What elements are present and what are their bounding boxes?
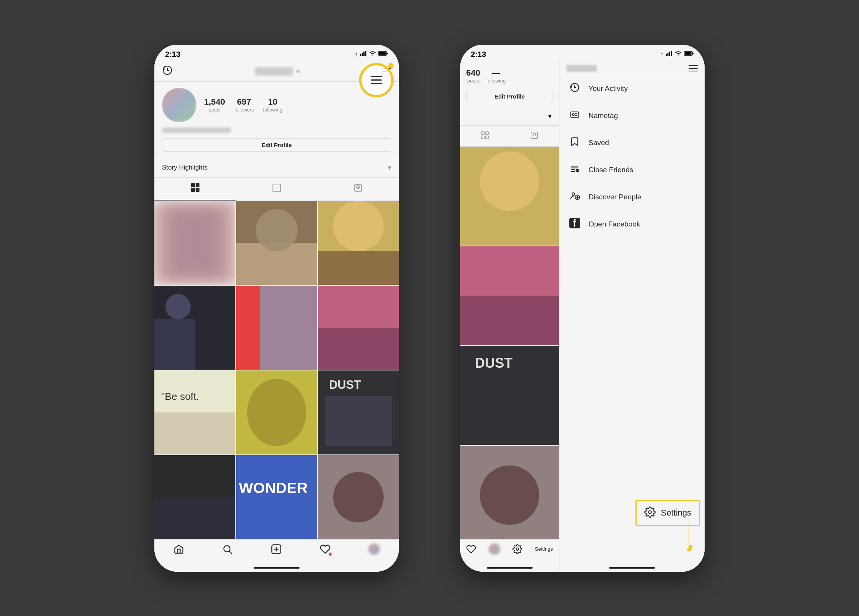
menu-item-close-friends[interactable]: Close Friends	[559, 157, 705, 184]
right-nav-profile[interactable]	[489, 543, 500, 555]
menu-username-blur	[566, 65, 597, 72]
right-posts-stat: 640 posts	[466, 68, 480, 84]
time-left: 2:13	[165, 50, 180, 59]
username-dot	[296, 70, 300, 73]
grid-icon	[191, 183, 200, 194]
svg-rect-2	[363, 52, 365, 56]
grid-cell-5[interactable]	[236, 286, 317, 370]
svg-rect-66	[460, 296, 559, 345]
status-icons-right: ↑	[660, 51, 694, 58]
profile-section: 1,540 posts 697 followers 10 following E…	[154, 82, 399, 158]
settings-annotation-dot	[689, 545, 692, 549]
svg-rect-8	[191, 183, 195, 187]
right-nav-heart[interactable]	[466, 544, 476, 554]
svg-point-23	[333, 201, 384, 251]
home-indicator-menu	[559, 564, 705, 572]
posts-stat: 1,540 posts	[204, 97, 225, 113]
menu-item-your-activity[interactable]: Your Activity	[559, 75, 705, 102]
grid-cell-7[interactable]: "Be soft.	[154, 370, 235, 454]
settings-label: Settings	[661, 508, 692, 518]
right-story-highlights-bar[interactable]: ▾	[460, 107, 559, 126]
menu-item-label-your-activity: Your Activity	[588, 84, 628, 93]
right-tabs-bar	[460, 126, 559, 147]
settings-annotation-box: Settings	[635, 500, 700, 526]
edit-profile-button[interactable]: Edit Profile	[162, 138, 391, 152]
right-tab-tagged[interactable]	[510, 126, 559, 146]
story-highlights-bar[interactable]: Story Highlights ▾	[154, 158, 399, 178]
nav-home[interactable]	[173, 544, 184, 555]
menu-item-open-facebook[interactable]: Open Facebook	[559, 211, 705, 238]
following-stat: 10 following	[263, 97, 282, 113]
nametag-icon	[569, 109, 581, 123]
posts-label: posts	[209, 107, 220, 113]
svg-rect-55	[692, 53, 694, 54]
svg-point-84	[572, 192, 575, 195]
svg-text:WONDER: WONDER	[239, 479, 308, 496]
right-profile-avatar	[489, 543, 500, 555]
svg-rect-57	[481, 131, 484, 134]
grid-cell-1[interactable]	[154, 201, 235, 285]
tab-single[interactable]	[236, 178, 317, 200]
stats: 1,540 posts 697 followers 10 following	[204, 97, 391, 113]
username-blur	[255, 67, 293, 76]
grid-cell-11[interactable]: WONDER	[236, 455, 317, 539]
tagged-icon	[353, 183, 363, 195]
menu-hamburger-line	[689, 68, 698, 69]
indicator-bar-menu	[609, 567, 655, 569]
annotation-line	[371, 79, 382, 81]
svg-rect-50	[666, 54, 667, 56]
location-icon-right: ↑	[660, 51, 663, 58]
right-following-label: following	[486, 78, 506, 84]
following-label: following	[263, 107, 282, 113]
menu-hamburger-button[interactable]	[689, 65, 698, 71]
history-icon[interactable]	[162, 65, 173, 78]
menu-item-saved[interactable]: Saved	[559, 129, 705, 157]
grid-cell-10[interactable]	[154, 455, 235, 539]
photo-grid: "Be soft. DUST	[154, 201, 399, 539]
menu-hamburger-line	[689, 71, 698, 71]
nav-heart[interactable]	[320, 544, 331, 555]
svg-point-61	[533, 133, 536, 136]
following-count: 10	[268, 97, 277, 107]
svg-text:"Be soft.: "Be soft.	[161, 391, 199, 402]
right-posts-count: 640	[466, 68, 480, 78]
wifi-icon	[369, 51, 376, 58]
svg-point-71	[516, 548, 519, 550]
tab-tagged[interactable]	[318, 178, 399, 200]
right-menu-bottom	[559, 551, 705, 564]
nav-search[interactable]	[222, 544, 233, 555]
menu-item-nametag[interactable]: Nametag	[559, 102, 705, 129]
svg-text:DUST: DUST	[329, 378, 361, 391]
menu-item-label-nametag: Nametag	[588, 112, 618, 120]
grid-cell-8[interactable]	[236, 370, 317, 454]
nav-profile[interactable]	[368, 543, 380, 555]
grid-cell-9[interactable]: DUST	[318, 370, 399, 454]
annotation-line	[371, 76, 382, 77]
menu-item-label-discover-people: Discover People	[588, 193, 641, 201]
svg-rect-30	[318, 328, 399, 370]
svg-point-44	[333, 472, 384, 522]
grid-cell-6[interactable]	[318, 286, 399, 370]
posts-count: 1,540	[204, 97, 225, 107]
grid-cell-12[interactable]	[318, 455, 399, 539]
svg-rect-51	[668, 53, 669, 56]
tab-grid[interactable]	[154, 178, 236, 200]
right-grid-icon	[481, 131, 489, 141]
svg-text:DUST: DUST	[475, 355, 513, 370]
right-nav-settings[interactable]	[512, 544, 522, 554]
grid-cell-2[interactable]	[236, 201, 317, 285]
grid-cell-4[interactable]	[154, 286, 235, 370]
location-icon: ↑	[355, 51, 358, 58]
time-right: 2:13	[471, 50, 486, 59]
close-friends-icon	[569, 163, 581, 177]
menu-item-label-close-friends: Close Friends	[588, 166, 633, 174]
grid-cell-3[interactable]	[318, 201, 399, 285]
annotation-line	[371, 83, 382, 84]
right-edit-profile-button[interactable]: Edit Profile	[466, 90, 553, 103]
svg-rect-28	[260, 286, 317, 370]
menu-hamburger-line	[689, 65, 698, 66]
right-tab-grid[interactable]	[460, 126, 510, 146]
nav-add[interactable]	[271, 544, 282, 555]
menu-item-discover-people[interactable]: Discover People	[559, 184, 705, 211]
tabs-bar	[154, 178, 399, 201]
